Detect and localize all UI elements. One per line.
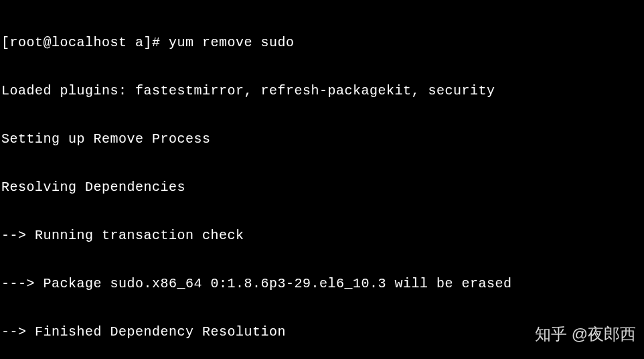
output-line: Setting up Remove Process xyxy=(1,131,643,147)
output-line: ---> Package sudo.x86_64 0:1.8.6p3-29.el… xyxy=(1,276,643,292)
watermark: 知乎 @夜郎西 xyxy=(535,326,636,342)
shell-prompt-line: [root@localhost a]# yum remove sudo xyxy=(1,35,643,51)
output-line: --> Running transaction check xyxy=(1,228,643,244)
output-line: Resolving Dependencies xyxy=(1,180,643,196)
terminal-output[interactable]: [root@localhost a]# yum remove sudo Load… xyxy=(0,0,644,359)
output-line: Loaded plugins: fastestmirror, refresh-p… xyxy=(1,83,643,99)
